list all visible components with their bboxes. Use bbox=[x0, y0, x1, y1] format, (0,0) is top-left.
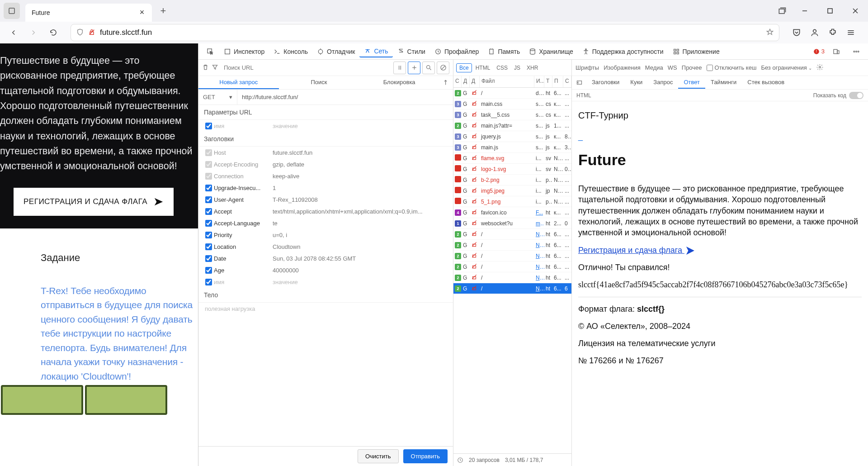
network-row[interactable]: 2G/N...ht6...6 bbox=[453, 283, 571, 294]
network-row[interactable]: 2G/N...ht6...... bbox=[453, 272, 571, 283]
header-value-placeholder[interactable]: значение bbox=[273, 279, 448, 285]
maximize-button[interactable] bbox=[817, 0, 843, 22]
devtool-tab-Память[interactable]: Память bbox=[483, 46, 524, 57]
net-filter-XHR[interactable]: XHR bbox=[524, 64, 541, 72]
response-tab-Ответ[interactable]: Ответ bbox=[678, 76, 705, 89]
filter-media[interactable]: Медиа bbox=[645, 64, 663, 71]
forward-button[interactable] bbox=[25, 24, 42, 41]
network-row[interactable]: Gb-2.pngi...p...N...... bbox=[453, 175, 571, 185]
header-name[interactable]: Age bbox=[214, 267, 273, 274]
response-tab-Запрос[interactable]: Запрос bbox=[648, 76, 678, 89]
devtool-tab-Поддержка доступности[interactable]: Поддержка доступности bbox=[578, 46, 668, 57]
header-checkbox[interactable] bbox=[205, 220, 212, 227]
header-checkbox[interactable] bbox=[205, 232, 212, 238]
close-tab-icon[interactable]: × bbox=[138, 9, 146, 16]
settings-icon[interactable] bbox=[816, 64, 823, 72]
filter-fonts[interactable]: Шрифты bbox=[576, 64, 599, 71]
browser-tab[interactable]: Future × bbox=[25, 4, 152, 22]
trash-icon[interactable] bbox=[202, 64, 209, 72]
filter-images[interactable]: Изображения bbox=[604, 64, 641, 71]
filter-icon[interactable] bbox=[212, 64, 218, 72]
header-checkbox[interactable] bbox=[205, 255, 212, 262]
tab-search[interactable]: Поиск bbox=[279, 76, 359, 89]
network-row[interactable]: 2G/d...ht6...... bbox=[453, 88, 571, 99]
header-name[interactable]: Upgrade-Insecu... bbox=[214, 185, 273, 191]
header-checkbox[interactable] bbox=[205, 279, 212, 285]
send-button[interactable]: Отправить bbox=[403, 449, 448, 463]
back-response-icon[interactable] bbox=[574, 79, 585, 86]
header-name[interactable]: Accept bbox=[214, 208, 273, 215]
body-placeholder[interactable]: полезная нагрузка bbox=[203, 305, 448, 312]
response-tab-Куки[interactable]: Куки bbox=[625, 76, 648, 89]
responsive-mode-icon[interactable] bbox=[828, 46, 844, 57]
throttle-select[interactable]: Без ограничения ⌄ bbox=[761, 64, 812, 71]
response-tab-Тайминги[interactable]: Тайминги bbox=[705, 76, 742, 89]
param-value-placeholder[interactable]: значение bbox=[273, 123, 448, 129]
devtool-tab-Сеть[interactable]: Сеть bbox=[359, 46, 392, 57]
network-row[interactable]: 4Gfavicon.icoF...htк...... bbox=[453, 207, 571, 218]
new-tab-button[interactable]: + bbox=[156, 4, 170, 18]
header-checkbox[interactable] bbox=[205, 173, 212, 180]
header-checkbox[interactable] bbox=[205, 149, 212, 156]
header-name[interactable]: Connection bbox=[214, 173, 273, 180]
devtool-tab-Хранилище[interactable]: Хранилище bbox=[524, 46, 578, 57]
net-filter-JS[interactable]: JS bbox=[511, 64, 523, 72]
header-name[interactable]: Accept-Encoding bbox=[214, 161, 273, 168]
resp-register-link[interactable]: Регистрация и сдача флага bbox=[578, 246, 684, 255]
network-row[interactable]: 2G/N...ht6...... bbox=[453, 240, 571, 251]
header-name[interactable]: Date bbox=[214, 255, 273, 262]
app-menu-button[interactable] bbox=[4, 3, 20, 19]
network-row[interactable]: 3Gmain.jss...jsк...3... bbox=[453, 142, 571, 153]
col-init[interactable]: И... bbox=[534, 76, 544, 87]
add-request-icon[interactable] bbox=[408, 62, 420, 74]
header-value[interactable]: Sun, 03 Jul 2078 08:42:55 GMT bbox=[273, 255, 448, 262]
devtool-tab-Профайлер[interactable]: Профайлер bbox=[430, 46, 484, 57]
col-status[interactable]: С bbox=[453, 76, 462, 87]
error-count[interactable]: !3 bbox=[813, 48, 825, 55]
header-checkbox[interactable] bbox=[205, 243, 212, 250]
filter-url-input[interactable] bbox=[221, 62, 387, 73]
devtool-tab-Инспектор[interactable]: Инспектор bbox=[219, 46, 269, 57]
network-row[interactable]: 2G/N...ht6...... bbox=[453, 262, 571, 272]
header-checkbox[interactable] bbox=[205, 267, 212, 274]
net-filter-Все[interactable]: Все bbox=[456, 63, 472, 72]
header-name[interactable]: Priority bbox=[214, 232, 273, 238]
register-button[interactable]: РЕГИСТРАЦИЯ И СДАЧА ФЛАГА bbox=[14, 188, 174, 216]
header-name[interactable]: Accept-Language bbox=[214, 220, 273, 227]
header-value[interactable]: gzip, deflate bbox=[273, 161, 448, 168]
raw-toggle[interactable] bbox=[849, 92, 863, 99]
header-name[interactable]: Location bbox=[214, 243, 273, 250]
tab-new-request[interactable]: Новый запрос bbox=[198, 76, 279, 89]
network-row[interactable]: Gimg5.jpegi...jpN...... bbox=[453, 185, 571, 196]
devtool-tab-Отладчик[interactable]: Отладчик bbox=[312, 46, 359, 57]
tab-blocking[interactable]: Блокировка bbox=[359, 76, 439, 89]
network-row[interactable]: 3Gtask__5.cssst...csк...... bbox=[453, 109, 571, 120]
network-row[interactable]: Gflame.svgi...svN...... bbox=[453, 153, 571, 164]
param-checkbox[interactable] bbox=[205, 123, 212, 129]
devtool-tab-Приложение[interactable]: Приложение bbox=[668, 46, 724, 57]
network-row[interactable]: 2G/N...ht6...... bbox=[453, 251, 571, 262]
pause-icon[interactable] bbox=[393, 62, 406, 74]
network-row[interactable]: G5_1.pngi...p...N...... bbox=[453, 196, 571, 207]
net-filter-CSS[interactable]: CSS bbox=[494, 64, 510, 72]
response-tab-Стек вызовов[interactable]: Стек вызовов bbox=[742, 76, 790, 89]
header-name[interactable]: Host bbox=[214, 149, 273, 156]
http-method-select[interactable]: GET▾ bbox=[198, 90, 237, 105]
filter-other[interactable]: Прочее bbox=[682, 64, 702, 71]
header-value[interactable]: 40000000 bbox=[273, 267, 448, 274]
param-name-placeholder[interactable]: имя bbox=[214, 123, 273, 129]
close-window-button[interactable] bbox=[843, 0, 868, 22]
bookmark-star-icon[interactable] bbox=[766, 29, 774, 37]
header-checkbox[interactable] bbox=[205, 161, 212, 168]
network-row[interactable]: 3Gjquery.jss...jsк...8... bbox=[453, 131, 571, 142]
network-row[interactable]: Glogo-1.svgi...svN...0... bbox=[453, 164, 571, 175]
extensions-icon[interactable] bbox=[825, 24, 841, 41]
network-row[interactable]: 2Gmain.js?attr=s...js1...... bbox=[453, 120, 571, 131]
header-checkbox[interactable] bbox=[205, 185, 212, 191]
more-icon[interactable] bbox=[848, 46, 864, 57]
header-name-placeholder[interactable]: имя bbox=[214, 279, 273, 285]
block-icon[interactable] bbox=[437, 62, 449, 74]
network-row[interactable]: 3Gmain.cssst...csк...... bbox=[453, 99, 571, 109]
header-value[interactable]: u=0, i bbox=[273, 232, 448, 238]
collapse-icon[interactable] bbox=[439, 76, 453, 89]
